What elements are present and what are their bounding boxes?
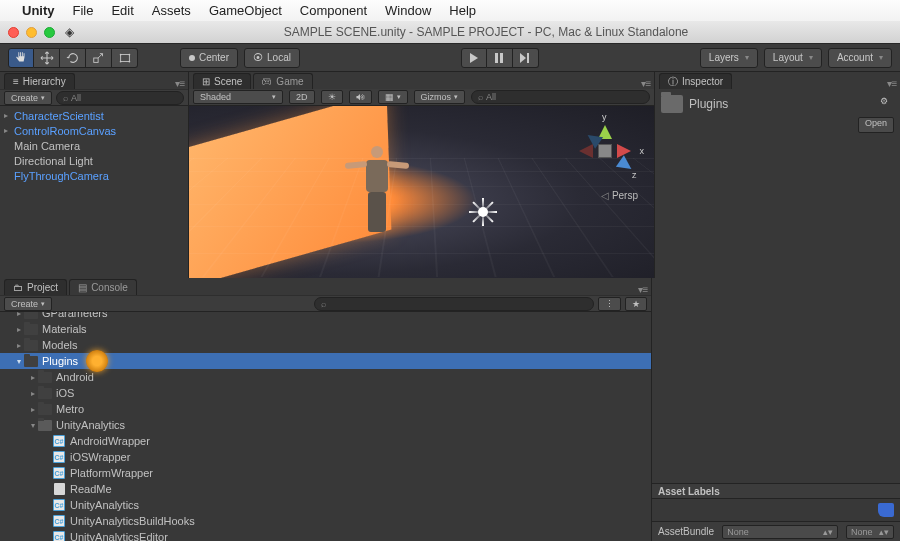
game-tab[interactable]: 🎮︎Game (253, 73, 312, 89)
hierarchy-tab-label: Hierarchy (23, 76, 66, 87)
layers-dropdown[interactable]: Layers▾ (700, 48, 758, 68)
label-tag-icon[interactable] (878, 503, 894, 517)
scene-fx-toggle[interactable]: ▦ ▾ (378, 90, 408, 104)
project-item[interactable]: ▸iOS (0, 385, 651, 401)
minimize-button[interactable] (26, 27, 37, 38)
menu-edit[interactable]: Edit (111, 3, 133, 18)
project-item[interactable]: C#UnityAnalyticsEditor (0, 529, 651, 541)
move-tool[interactable] (34, 48, 60, 68)
search-placeholder: All (71, 93, 81, 103)
scene-search-input[interactable]: ⌕All (471, 90, 650, 104)
pivot-local-label: Local (267, 52, 291, 63)
project-item[interactable]: ▸Materials (0, 321, 651, 337)
project-item[interactable]: ▾UnityAnalytics (0, 417, 651, 433)
project-search-input[interactable]: ⌕ (314, 297, 594, 311)
menu-help[interactable]: Help (449, 3, 476, 18)
assetbundle-dropdown[interactable]: None▴▾ (722, 525, 838, 539)
menu-assets[interactable]: Assets (152, 3, 191, 18)
pivot-center-button[interactable]: Center (180, 48, 238, 68)
layout-label: Layout (773, 52, 803, 63)
project-item[interactable]: ReadMe (0, 481, 651, 497)
expand-arrow-icon[interactable]: ▸ (4, 126, 14, 135)
project-item-label: UnityAnalyticsEditor (70, 531, 168, 541)
project-favorite-button[interactable]: ★ (625, 297, 647, 311)
layout-dropdown[interactable]: Layout▾ (764, 48, 822, 68)
expand-arrow-icon[interactable]: ▸ (28, 405, 38, 414)
project-item[interactable]: ▸GParameters (0, 312, 651, 321)
project-item[interactable]: C#UnityAnalyticsBuildHooks (0, 513, 651, 529)
hierarchy-search-input[interactable]: ⌕All (56, 91, 184, 105)
rotate-icon (66, 51, 80, 65)
console-tab[interactable]: ▤Console (69, 279, 137, 295)
menu-gameobject[interactable]: GameObject (209, 3, 282, 18)
assetbundle-variant-dropdown[interactable]: None▴▾ (846, 525, 894, 539)
scene-tab[interactable]: ⊞Scene (193, 73, 251, 89)
expand-arrow-icon[interactable]: ▸ (14, 325, 24, 334)
hierarchy-item[interactable]: Directional Light (0, 153, 188, 168)
hierarchy-item[interactable]: ▸ControlRoomCanvas (0, 123, 188, 138)
projection-label[interactable]: Persp (601, 190, 638, 201)
gear-icon[interactable]: ⚙ (874, 96, 894, 112)
open-button[interactable]: Open (858, 117, 894, 133)
hierarchy-item[interactable]: FlyThroughCamera (0, 168, 188, 183)
menu-component[interactable]: Component (300, 3, 367, 18)
panel-options-icon[interactable]: ▾≡ (172, 78, 188, 89)
scene-2d-toggle[interactable]: 2D (289, 90, 315, 104)
hierarchy-item[interactable]: ▸CharacterScientist (0, 108, 188, 123)
rotate-tool[interactable] (60, 48, 86, 68)
account-dropdown[interactable]: Account▾ (828, 48, 892, 68)
hand-tool[interactable] (8, 48, 34, 68)
center-icon (189, 55, 195, 61)
project-item[interactable]: C#iOSWrapper (0, 449, 651, 465)
expand-arrow-icon[interactable]: ▸ (28, 389, 38, 398)
play-button[interactable] (461, 48, 487, 68)
gizmos-dropdown[interactable]: Gizmos▾ (414, 90, 466, 104)
scale-tool[interactable] (86, 48, 112, 68)
step-button[interactable] (513, 48, 539, 68)
expand-arrow-icon[interactable]: ▾ (28, 421, 38, 430)
expand-arrow-icon[interactable]: ▸ (4, 111, 14, 120)
project-item[interactable]: ▸Metro (0, 401, 651, 417)
project-item[interactable]: C#AndroidWrapper (0, 433, 651, 449)
scene-viewport[interactable]: y x z Persp (189, 106, 654, 278)
text-file-icon (54, 483, 65, 495)
project-tab[interactable]: 🗀Project (4, 279, 67, 295)
expand-arrow-icon[interactable]: ▸ (14, 341, 24, 350)
pivot-local-button[interactable]: ⦿Local (244, 48, 300, 68)
panel-options-icon[interactable]: ▾≡ (884, 78, 900, 89)
folder-icon (24, 340, 38, 351)
project-tree[interactable]: ▸GParameters▸Materials▸Models▾Plugins▸An… (0, 312, 651, 541)
shading-dropdown[interactable]: Shaded▾ (193, 90, 283, 104)
hierarchy-item-label: Directional Light (14, 155, 93, 167)
maximize-button[interactable] (44, 27, 55, 38)
chevron-down-icon: ▾ (745, 53, 749, 62)
light-gizmo-icon[interactable] (469, 198, 497, 226)
orientation-gizmo[interactable]: y x z (570, 116, 640, 186)
hierarchy-tree[interactable]: ▸CharacterScientist▸ControlRoomCanvasMai… (0, 106, 188, 278)
expand-arrow-icon[interactable]: ▸ (28, 373, 38, 382)
menu-unity[interactable]: Unity (22, 3, 55, 18)
project-item[interactable]: C#PlatformWrapper (0, 465, 651, 481)
scene-audio-toggle[interactable]: 🔊︎ (349, 90, 372, 104)
expand-arrow-icon[interactable]: ▾ (14, 357, 24, 366)
project-item[interactable]: C#UnityAnalytics (0, 497, 651, 513)
menu-window[interactable]: Window (385, 3, 431, 18)
search-placeholder: All (486, 92, 496, 102)
menu-file[interactable]: File (73, 3, 94, 18)
hierarchy-tab[interactable]: ≡Hierarchy (4, 73, 75, 89)
pause-button[interactable] (487, 48, 513, 68)
rect-tool[interactable] (112, 48, 138, 68)
project-create-button[interactable]: Create▾ (4, 297, 52, 311)
inspector-tab[interactable]: ⓘInspector (659, 73, 732, 89)
panel-options-icon[interactable]: ▾≡ (635, 284, 651, 295)
panel-options-icon[interactable]: ▾≡ (638, 78, 654, 89)
expand-arrow-icon[interactable]: ▸ (14, 312, 24, 318)
transform-tools (8, 48, 138, 68)
hierarchy-item[interactable]: Main Camera (0, 138, 188, 153)
game-tab-label: Game (276, 76, 303, 87)
project-item-label: ReadMe (70, 483, 112, 495)
close-button[interactable] (8, 27, 19, 38)
hierarchy-create-button[interactable]: Create▾ (4, 91, 52, 105)
scene-lighting-toggle[interactable]: ☀ (321, 90, 343, 104)
project-filter-button[interactable]: ⋮ (598, 297, 621, 311)
